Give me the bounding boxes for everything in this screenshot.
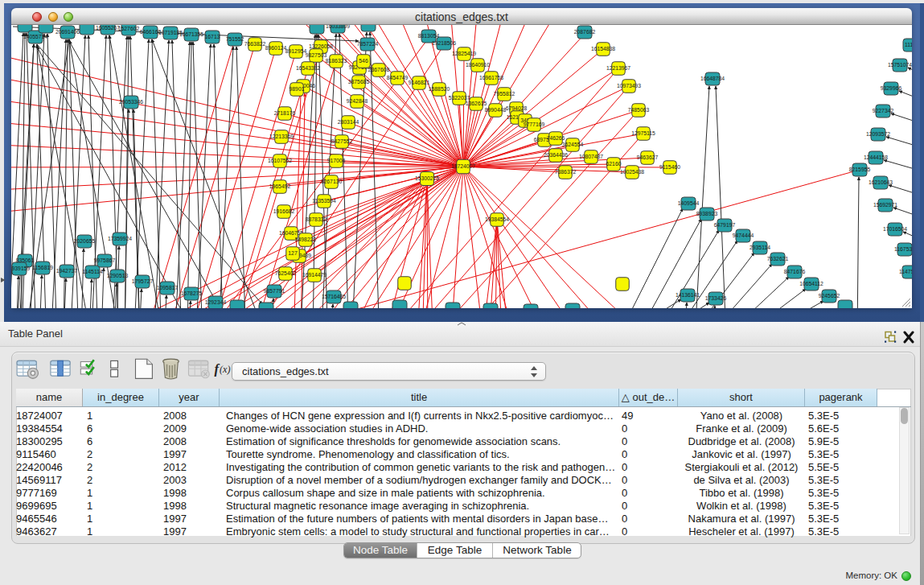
svg-text:1167533: 1167533 [894,246,912,252]
svg-text:20053346: 20053346 [119,99,143,105]
svg-text:1965492: 1965492 [269,183,291,189]
svg-text:15300275: 15300275 [415,175,439,181]
svg-text:9777169: 9777169 [524,122,545,127]
svg-text:8186323: 8186323 [326,58,347,64]
svg-text:1145114: 1145114 [82,269,103,274]
svg-text:1678275: 1678275 [181,290,203,296]
svg-text:1156819: 1156819 [32,265,53,270]
svg-text:751552: 751552 [226,36,244,42]
svg-text:546: 546 [359,58,368,64]
svg-text:9227342: 9227342 [873,108,894,113]
svg-text:7955812: 7955812 [494,91,515,97]
svg-text:7485063: 7485063 [628,107,650,113]
svg-text:2367608: 2367608 [368,67,390,72]
svg-text:9115460: 9115460 [659,164,680,170]
svg-text:2087682: 2087682 [574,29,596,35]
svg-text:9245652: 9245652 [819,293,840,299]
svg-text:16648784: 16648784 [700,76,725,81]
svg-text:16154838: 16154838 [591,46,615,51]
svg-text:16210643: 16210643 [869,179,893,185]
svg-text:5322037: 5322037 [449,95,470,101]
svg-text:8990448: 8990448 [485,107,507,113]
svg-text:1147534: 1147534 [899,269,912,274]
svg-text:18724007: 18724007 [451,163,475,169]
svg-text:14055714: 14055714 [23,34,47,39]
svg-text:7857224: 7857224 [357,41,379,47]
svg-text:15692971: 15692971 [873,202,897,208]
svg-text:17359924: 17359924 [108,236,132,241]
svg-text:12213369: 12213369 [269,134,294,139]
svg-text:16713: 16713 [205,34,220,39]
svg-text:8813054: 8813054 [418,33,440,39]
svg-text:10807487: 10807487 [579,154,603,159]
svg-text:8471676: 8471676 [784,269,806,274]
svg-text:8454749: 8454749 [387,75,409,80]
svg-text:12093572: 12093572 [866,131,890,137]
svg-text:8912954: 8912954 [285,48,307,54]
svg-text:9857791: 9857791 [264,288,285,294]
svg-text:8215955: 8215955 [849,167,871,172]
svg-text:127: 127 [288,250,298,256]
svg-text:1290513: 1290513 [107,273,129,278]
svg-text:10654112: 10654112 [799,281,823,286]
svg-text:20691406: 20691406 [55,29,80,35]
svg-text:16961758: 16961758 [479,75,503,80]
svg-text:98901: 98901 [290,86,305,92]
svg-text:15751074: 15751074 [888,62,912,68]
svg-text:12444158: 12444158 [864,154,888,160]
svg-text:62160: 62160 [606,161,622,167]
svg-text:10025438: 10025438 [620,169,644,175]
svg-text:9463627: 9463627 [637,154,659,160]
svg-text:1795727: 1795727 [132,278,154,284]
svg-text:1409544: 1409544 [678,200,700,206]
svg-text:6479197: 6479197 [714,222,736,228]
svg-text:20364436: 20364436 [544,152,568,158]
svg-text:10973493: 10973493 [617,83,641,89]
svg-text:16914479: 16914479 [302,272,326,278]
svg-text:1527602: 1527602 [118,26,140,31]
svg-text:8267130: 8267130 [321,179,343,184]
svg-text:2803144: 2803144 [338,119,359,125]
svg-text:16033809: 16033809 [326,25,350,29]
svg-text:8938923: 8938923 [696,211,718,216]
svg-text:1939159: 1939159 [11,266,30,271]
svg-text:1942737: 1942737 [56,268,78,274]
svg-text:917004: 917004 [327,158,346,163]
svg-text:3624554: 3624554 [562,142,584,147]
svg-text:17016504: 17016504 [883,226,907,232]
svg-text:1112: 1112 [905,42,912,47]
svg-text:15716485: 15716485 [322,294,346,299]
svg-text:19384554: 19384554 [485,216,509,222]
svg-text:16055267: 16055267 [96,25,120,31]
svg-text:1292344: 1292344 [205,299,227,305]
svg-text:16107552: 16107552 [268,158,292,163]
svg-text:(x): (x) [220,364,230,375]
svg-text:9146821: 9146821 [409,80,430,85]
svg-text:14136141: 14136141 [676,292,700,298]
svg-text:3875685: 3875685 [348,79,370,84]
svg-text:12213967: 12213967 [606,65,630,71]
svg-text:7663822: 7663822 [244,41,266,47]
svg-text:12975115: 12975115 [631,130,655,136]
svg-text:1733426: 1733426 [705,295,727,301]
svg-text:19218506: 19218506 [432,40,456,46]
svg-text:16543382: 16543382 [296,65,320,71]
svg-text:2020655: 2020655 [74,238,96,244]
svg-text:8878332: 8878332 [306,216,327,222]
svg-text:1588520: 1588520 [429,86,450,92]
svg-text:1362615: 1362615 [466,101,487,106]
svg-text:9242848: 9242848 [347,98,368,104]
svg-text:18640910: 18640910 [466,62,490,68]
svg-text:11353594: 11353594 [312,198,336,204]
svg-text:1916682: 1916682 [273,208,295,214]
svg-text:8427552: 8427552 [331,138,353,144]
svg-text:16671355: 16671355 [179,31,203,37]
svg-text:2935114: 2935114 [749,245,770,250]
svg-text:9474444: 9474444 [733,233,754,238]
svg-text:1095817: 1095817 [157,285,179,290]
svg-text:8960124: 8960124 [265,45,287,51]
svg-text:5498222: 5498222 [295,237,317,242]
svg-text:9975867: 9975867 [94,257,116,263]
svg-text:7625402: 7625402 [275,270,297,276]
svg-text:9329966: 9329966 [881,85,902,91]
